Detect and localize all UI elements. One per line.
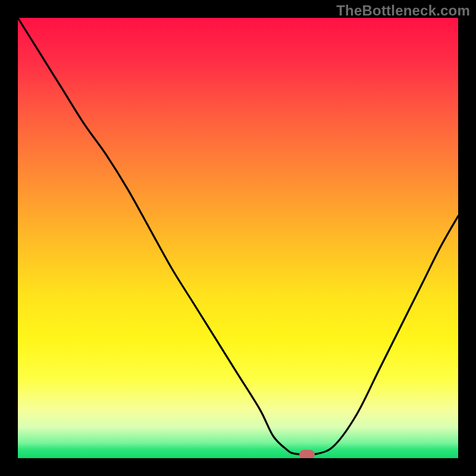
bottleneck-curve <box>18 18 458 458</box>
plot-area <box>18 18 458 458</box>
chart-frame: TheBottleneck.com <box>0 0 476 476</box>
watermark-text: TheBottleneck.com <box>336 2 470 19</box>
optimal-marker <box>299 450 315 458</box>
